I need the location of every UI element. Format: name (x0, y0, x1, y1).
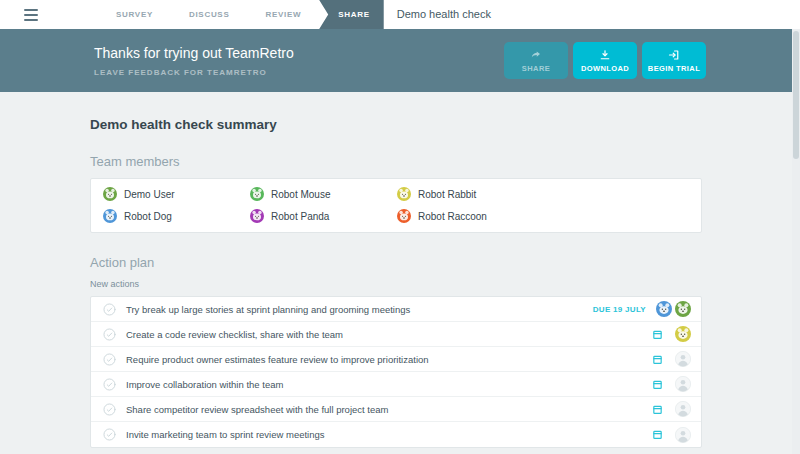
action-row[interactable]: Share competitor review spreadsheet with… (91, 397, 701, 422)
action-text: Invite marketing team to sprint review m… (126, 429, 652, 440)
trial-banner: Thanks for trying out TeamRetro LEAVE FE… (0, 29, 800, 92)
unassigned-avatar-icon[interactable] (675, 427, 691, 443)
tab-share[interactable]: SHARE (319, 0, 384, 29)
robot-dog-avatar-icon (656, 301, 672, 317)
tab-survey[interactable]: SURVEY (98, 0, 171, 29)
unassigned-avatar-icon[interactable] (675, 401, 691, 417)
begin-trial-button[interactable]: BEGIN TRIAL (642, 42, 706, 79)
team-members-card: Demo User Robot Mouse Robot Rabbit (90, 178, 702, 233)
summary-title: Demo health check summary (90, 92, 702, 132)
calendar-icon[interactable] (652, 404, 663, 415)
team-members-heading: Team members (90, 154, 702, 169)
banner-buttons: SHARE DOWNLOAD BEGIN TRIAL (504, 42, 706, 79)
member-name: Demo User (124, 189, 175, 200)
robot-rabbit-avatar-icon (397, 187, 411, 201)
share-icon (530, 49, 542, 61)
action-plan-heading: Action plan (90, 255, 702, 270)
action-text: Share competitor review spreadsheet with… (126, 404, 652, 415)
calendar-icon[interactable] (652, 429, 663, 440)
calendar-icon[interactable] (652, 379, 663, 390)
action-text: Try break up large stories at sprint pla… (126, 304, 593, 315)
due-date-label: DUE 19 JULY (593, 305, 646, 314)
calendar-icon[interactable] (652, 354, 663, 365)
member-name: Robot Dog (124, 211, 172, 222)
demo-user-avatar-icon (675, 301, 691, 317)
action-assignees (653, 301, 691, 317)
robot-rabbit-avatar-icon (675, 326, 691, 342)
download-button[interactable]: DOWNLOAD (573, 42, 637, 79)
member-name: Robot Raccoon (418, 211, 487, 222)
team-member: Robot Mouse (250, 187, 397, 201)
member-name: Robot Panda (271, 211, 329, 222)
banner-title: Thanks for trying out TeamRetro (94, 45, 294, 61)
action-text: Improve collaboration within the team (126, 379, 652, 390)
action-assignees (672, 351, 691, 367)
feedback-link[interactable]: LEAVE FEEDBACK FOR TEAMRETRO (94, 68, 294, 77)
team-member: Robot Rabbit (397, 187, 544, 201)
begin-trial-icon (668, 49, 680, 61)
check-circle-icon[interactable] (103, 303, 116, 316)
action-assignees (672, 401, 691, 417)
scrollbar-thumb[interactable] (793, 31, 799, 159)
new-actions-label: New actions (90, 279, 702, 289)
robot-mouse-avatar-icon (250, 187, 264, 201)
demo-user-avatar-icon (103, 187, 117, 201)
robot-dog-avatar-icon (103, 209, 117, 223)
action-assignees (672, 427, 691, 443)
share-button[interactable]: SHARE (504, 42, 568, 79)
team-member: Robot Panda (250, 209, 397, 223)
unassigned-avatar-icon[interactable] (675, 351, 691, 367)
main-content: Demo health check summary Team members D… (0, 92, 792, 454)
hamburger-menu-icon[interactable] (24, 0, 38, 29)
top-bar: SURVEY DISCUSS REVIEW SHARE Demo health … (0, 0, 800, 29)
calendar-icon[interactable] (652, 329, 663, 340)
check-circle-icon[interactable] (103, 428, 116, 441)
action-row[interactable]: Require product owner estimates feature … (91, 347, 701, 372)
nav-tabs: SURVEY DISCUSS REVIEW SHARE (98, 0, 384, 29)
robot-raccoon-avatar-icon (397, 209, 411, 223)
action-row[interactable]: Create a code review checklist, share wi… (91, 322, 701, 347)
begin-trial-button-label: BEGIN TRIAL (648, 64, 700, 73)
team-member: Robot Raccoon (397, 209, 544, 223)
check-circle-icon[interactable] (103, 403, 116, 416)
action-list: Try break up large stories at sprint pla… (90, 296, 702, 448)
unassigned-avatar-icon[interactable] (675, 376, 691, 392)
team-member: Robot Dog (103, 209, 250, 223)
action-text: Require product owner estimates feature … (126, 354, 652, 365)
scrollbar[interactable] (792, 29, 800, 454)
action-row[interactable]: Invite marketing team to sprint review m… (91, 422, 701, 447)
action-row[interactable]: Improve collaboration within the team (91, 372, 701, 397)
team-member: Demo User (103, 187, 250, 201)
tab-discuss[interactable]: DISCUSS (171, 0, 247, 29)
download-button-label: DOWNLOAD (581, 64, 629, 73)
download-icon (599, 49, 611, 61)
page-title: Demo health check (397, 0, 491, 29)
share-button-label: SHARE (522, 64, 550, 73)
check-circle-icon[interactable] (103, 353, 116, 366)
action-assignees (672, 376, 691, 392)
tab-review[interactable]: REVIEW (247, 0, 319, 29)
action-assignees (672, 326, 691, 342)
check-circle-icon[interactable] (103, 328, 116, 341)
action-text: Create a code review checklist, share wi… (126, 329, 652, 340)
action-row[interactable]: Try break up large stories at sprint pla… (91, 297, 701, 322)
check-circle-icon[interactable] (103, 378, 116, 391)
banner-text: Thanks for trying out TeamRetro LEAVE FE… (94, 45, 294, 77)
member-name: Robot Rabbit (418, 189, 476, 200)
member-name: Robot Mouse (271, 189, 330, 200)
robot-panda-avatar-icon (250, 209, 264, 223)
